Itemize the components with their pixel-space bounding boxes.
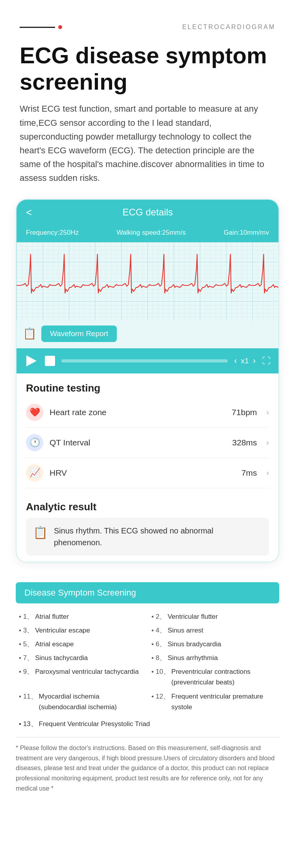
heart-rate-label: Heart rate zone: [50, 408, 225, 417]
list-item: • 11、Myocardial ischemia (subendocardial…: [19, 691, 144, 712]
ecg-waveform-display: [17, 242, 278, 321]
list-item: • 6、Sinus bradycardia: [151, 639, 276, 649]
metric-row-hrv[interactable]: 📈 HRV 7ms ›: [26, 458, 269, 488]
list-item: • 5、Atrial escape: [19, 639, 144, 649]
speed-control: ‹ x1 ›: [234, 356, 256, 366]
decoration-line: [20, 27, 55, 28]
list-item: • 12、Frequent ventricular premature syst…: [151, 691, 276, 712]
svg-rect-1: [17, 242, 278, 321]
analytic-result-icon: 📋: [33, 526, 48, 539]
list-item: • 9、Paroxysmal ventricular tachycardia: [19, 666, 144, 688]
heart-rate-chevron: ›: [266, 408, 269, 417]
metric-row-qt-interval[interactable]: 🕐 QT Interval 328ms ›: [26, 428, 269, 458]
page-title: ECG disease symptom screening: [0, 39, 295, 102]
qt-interval-chevron: ›: [266, 438, 269, 447]
heart-rate-value: 71bpm: [232, 408, 257, 417]
analytic-result-text: Sinus rhythm. This ECG showed no abnorma…: [54, 525, 262, 548]
decoration-dot: [58, 25, 62, 29]
frequency-label: Frequency:250Hz: [26, 229, 79, 237]
report-icon: 📋: [23, 327, 37, 340]
progress-bar[interactable]: [61, 359, 228, 362]
hrv-chevron: ›: [266, 468, 269, 477]
ecg-svg: [17, 242, 278, 321]
list-item: • 1、Atrial flutter: [19, 611, 144, 622]
analytic-title: Analytic result: [26, 501, 269, 513]
frequency-value: 250Hz: [59, 229, 79, 236]
heart-rate-icon: ❤️: [26, 404, 43, 421]
ecg-header: < ECG details: [17, 200, 278, 225]
routine-title: Routine testing: [26, 382, 269, 394]
list-item: • 3、Ventricular escape: [19, 625, 144, 636]
list-item-full: • 13、Frequent Ventricular Presystolic Tr…: [16, 719, 279, 729]
qt-interval-icon: 🕐: [26, 434, 43, 451]
phone-mockup: < ECG details Frequency:250Hz Walking sp…: [16, 199, 279, 563]
top-bar-decoration: [20, 25, 62, 29]
waveform-report-button[interactable]: Waveform Report: [41, 326, 117, 342]
fullscreen-button[interactable]: ⛶: [262, 356, 271, 366]
walking-speed: Walking speed:25mm/s: [116, 229, 186, 237]
qt-interval-label: QT Interval: [50, 438, 226, 447]
analytic-section: Analytic result 📋 Sinus rhythm. This ECG…: [17, 492, 278, 562]
list-item: • 7、Sinus tachycardia: [19, 653, 144, 663]
hrv-value: 7ms: [242, 468, 257, 478]
page-description: Wrist ECG test function, smart and porta…: [0, 102, 295, 199]
speed-next-button[interactable]: ›: [253, 356, 256, 366]
hrv-icon: 📈: [26, 464, 43, 482]
list-item: • 4、Sinus arrest: [151, 625, 276, 636]
disease-header: Disease Symptom Screening: [16, 582, 279, 603]
metric-row-heart-rate[interactable]: ❤️ Heart rate zone 71bpm ›: [26, 397, 269, 428]
frequency-bar: Frequency:250Hz Walking speed:25mm/s Gai…: [17, 225, 278, 242]
playback-bar: ‹ x1 › ⛶: [17, 348, 278, 373]
gain-label: Gain:10mm/mv: [224, 229, 269, 237]
routine-section: Routine testing ❤️ Heart rate zone 71bpm…: [17, 373, 278, 492]
category-label: ELECTROCARDIOGRAM: [182, 24, 275, 31]
disease-section: Disease Symptom Screening • 1、Atrial flu…: [16, 582, 279, 730]
top-bar: ELECTROCARDIOGRAM: [0, 0, 295, 39]
disease-grid: • 1、Atrial flutter • 2、Ventricular flutt…: [16, 611, 279, 713]
speed-value: x1: [241, 357, 249, 365]
play-button[interactable]: [24, 354, 39, 368]
play-icon: [26, 355, 37, 366]
list-item: • 10、Preventricular contractions (preven…: [151, 666, 276, 688]
stop-button[interactable]: [45, 356, 55, 366]
waveform-btn-row: 📋 Waveform Report: [17, 321, 278, 348]
hrv-label: HRV: [50, 468, 235, 478]
analytic-card: 📋 Sinus rhythm. This ECG showed no abnor…: [26, 518, 269, 555]
list-item: • 8、Sinus arrhythmia: [151, 653, 276, 663]
ecg-header-title: ECG details: [38, 207, 257, 218]
qt-interval-value: 328ms: [232, 438, 257, 447]
back-button[interactable]: <: [26, 207, 32, 217]
list-item: • 2、Ventricular flutter: [151, 611, 276, 622]
speed-prev-button[interactable]: ‹: [234, 356, 237, 366]
disclaimer-text: * Please follow the doctor's instruction…: [16, 737, 279, 793]
